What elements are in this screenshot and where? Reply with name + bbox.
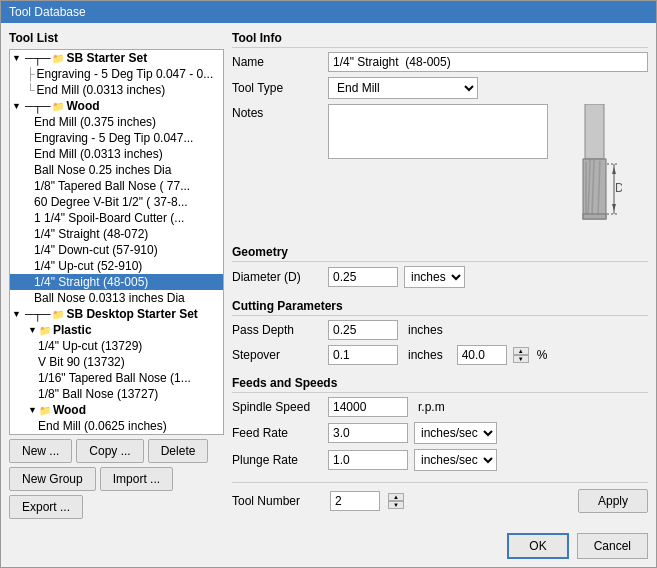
- tool-list-label: Tool List: [9, 31, 224, 45]
- tree-taperedball[interactable]: 1/16" Tapered Ball Nose (1...: [10, 370, 223, 386]
- plunge-rate-label: Plunge Rate: [232, 453, 322, 467]
- tool-image: D: [554, 104, 634, 234]
- tool-type-select[interactable]: End Mill Ball Nose V-Bit Engraving: [328, 77, 478, 99]
- tree-ballnose0313[interactable]: Ball Nose 0.0313 inches Dia: [10, 290, 223, 306]
- new-group-button[interactable]: New Group: [9, 467, 96, 491]
- tree-engrave2[interactable]: Engraving - 5 Deg Tip 0.047...: [10, 130, 223, 146]
- expand-icon[interactable]: ▼: [12, 309, 21, 319]
- tree-ballnose025[interactable]: Ball Nose 0.25 inches Dia: [10, 162, 223, 178]
- pass-depth-input[interactable]: [328, 320, 398, 340]
- tool-type-row: Tool Type End Mill Ball Nose V-Bit Engra…: [232, 77, 648, 99]
- tree-endmill0313[interactable]: End Mill (0.0313 inches): [10, 146, 223, 162]
- folder-icon: 📁: [52, 309, 64, 320]
- tree-endmill375[interactable]: End Mill (0.375 inches): [10, 114, 223, 130]
- expand-icon[interactable]: ▼: [28, 325, 37, 335]
- tree-sb-starter[interactable]: ▼ ─┬─ 📁 SB Starter Set: [10, 50, 223, 66]
- delete-button[interactable]: Delete: [148, 439, 209, 463]
- cutting-params-section: Cutting Parameters Pass Depth inches Ste…: [232, 299, 648, 370]
- stepover-label: Stepover: [232, 348, 322, 362]
- copy-button[interactable]: Copy ...: [76, 439, 143, 463]
- feed-rate-input[interactable]: [328, 423, 408, 443]
- tree-item-label: End Mill (0.375 inches): [34, 115, 156, 129]
- tree-item-label: 1/4" Up-cut (52-910): [34, 259, 142, 273]
- tree-item-label: SB Starter Set: [66, 51, 147, 65]
- export-button[interactable]: Export ...: [9, 495, 83, 519]
- ok-button[interactable]: OK: [507, 533, 568, 559]
- spindle-input[interactable]: [328, 397, 408, 417]
- tree-downcut2[interactable]: 1/4" Down-cut (57-910): [10, 434, 223, 435]
- feeds-speeds-section: Feeds and Speeds Spindle Speed r.p.m Fee…: [232, 376, 648, 476]
- tree-item-label: 60 Degree V-Bit 1/2" ( 37-8...: [34, 195, 188, 209]
- tree-sb-desktop[interactable]: ▼ ─┬─ 📁 SB Desktop Starter Set: [10, 306, 223, 322]
- plunge-rate-input[interactable]: [328, 450, 408, 470]
- notes-label: Notes: [232, 104, 322, 120]
- tool-number-down-btn[interactable]: ▼: [388, 501, 404, 509]
- tree-engrave1[interactable]: ├ Engraving - 5 Deg Tip 0.047 - 0...: [10, 66, 223, 82]
- tree-item-label: 1 1/4" Spoil-Board Cutter (...: [34, 211, 184, 225]
- feed-rate-unit-select[interactable]: inches/sec mm/sec: [414, 422, 497, 444]
- stepover-up-btn[interactable]: ▲: [513, 347, 529, 355]
- tree-wood1[interactable]: ▼ ─┬─ 📁 Wood: [10, 98, 223, 114]
- tool-database-window: Tool Database Tool List ▼ ─┬─ 📁 SB Start…: [0, 0, 657, 568]
- tree-straight48005[interactable]: 1/4" Straight (48-005): [10, 274, 223, 290]
- right-panel: Tool Info Name Tool Type End Mill Ball N…: [232, 31, 648, 519]
- tree-vbit90[interactable]: V Bit 90 (13732): [10, 354, 223, 370]
- cancel-button[interactable]: Cancel: [577, 533, 648, 559]
- tree-item-label: 1/8" Tapered Ball Nose ( 77...: [34, 179, 190, 193]
- diameter-input[interactable]: [328, 267, 398, 287]
- folder-icon: 📁: [52, 53, 64, 64]
- tree-upcut[interactable]: 1/4" Up-cut (52-910): [10, 258, 223, 274]
- new-button[interactable]: New ...: [9, 439, 72, 463]
- svg-marker-10: [612, 167, 616, 174]
- expand-icon[interactable]: ▼: [12, 53, 21, 63]
- name-row: Name: [232, 52, 648, 72]
- geometry-title: Geometry: [232, 245, 648, 262]
- tool-tree: ▼ ─┬─ 📁 SB Starter Set ├ Engraving - 5 D…: [9, 49, 224, 435]
- folder-icon: 📁: [39, 405, 51, 416]
- stepover-percent-input[interactable]: [457, 345, 507, 365]
- tree-tapered[interactable]: 1/8" Tapered Ball Nose ( 77...: [10, 178, 223, 194]
- spindle-row: Spindle Speed r.p.m: [232, 397, 648, 417]
- tree-item-label: End Mill (0.0313 inches): [34, 147, 163, 161]
- tree-endmill0625[interactable]: End Mill (0.0625 inches): [10, 418, 223, 434]
- stepover-input[interactable]: [328, 345, 398, 365]
- tree-downcut[interactable]: 1/4" Down-cut (57-910): [10, 242, 223, 258]
- stepover-down-btn[interactable]: ▼: [513, 355, 529, 363]
- plunge-rate-row: Plunge Rate inches/sec mm/sec: [232, 449, 648, 471]
- feeds-speeds-title: Feeds and Speeds: [232, 376, 648, 393]
- expand-icon[interactable]: ▼: [28, 405, 37, 415]
- tree-spoil[interactable]: 1 1/4" Spoil-Board Cutter (...: [10, 210, 223, 226]
- tree-ballnose13727[interactable]: 1/8" Ball Nose (13727): [10, 386, 223, 402]
- tree-item-label: 1/4" Down-cut (57-910): [34, 243, 158, 257]
- tool-number-up-btn[interactable]: ▲: [388, 493, 404, 501]
- svg-text:D: D: [615, 181, 622, 195]
- plunge-rate-unit-select[interactable]: inches/sec mm/sec: [414, 449, 497, 471]
- import-button[interactable]: Import ...: [100, 467, 173, 491]
- folder-icon: 📁: [39, 325, 51, 336]
- expand-icon[interactable]: ▼: [12, 101, 21, 111]
- stepover-row: Stepover inches ▲ ▼ %: [232, 345, 648, 365]
- svg-rect-6: [583, 214, 606, 219]
- tree-straight48072[interactable]: 1/4" Straight (48-072): [10, 226, 223, 242]
- tree-endmill1[interactable]: └ End Mill (0.0313 inches): [10, 82, 223, 98]
- name-input[interactable]: [328, 52, 648, 72]
- tree-item-label: End Mill (0.0625 inches): [38, 419, 167, 433]
- tree-plastic[interactable]: ▼ 📁 Plastic: [10, 322, 223, 338]
- tool-number-input[interactable]: [330, 491, 380, 511]
- window-title: Tool Database: [9, 5, 86, 19]
- notes-textarea[interactable]: [328, 104, 548, 159]
- apply-button[interactable]: Apply: [578, 489, 648, 513]
- tree-item-label: Wood: [66, 99, 99, 113]
- geometry-section: Geometry Diameter (D) inches mm: [232, 245, 648, 293]
- tree-vbit60[interactable]: 60 Degree V-Bit 1/2" ( 37-8...: [10, 194, 223, 210]
- tree-item-label: Ball Nose 0.25 inches Dia: [34, 163, 171, 177]
- tree-wood2[interactable]: ▼ 📁 Wood: [10, 402, 223, 418]
- diameter-unit-select[interactable]: inches mm: [404, 266, 465, 288]
- diameter-label: Diameter (D): [232, 270, 322, 284]
- tool-info-title: Tool Info: [232, 31, 648, 48]
- tree-item-label: 1/8" Ball Nose (13727): [38, 387, 158, 401]
- tree-upcut13729[interactable]: 1/4" Up-cut (13729): [10, 338, 223, 354]
- diameter-row: Diameter (D) inches mm: [232, 266, 648, 288]
- tree-item-label: Engraving - 5 Deg Tip 0.047...: [34, 131, 193, 145]
- tree-item-label: SB Desktop Starter Set: [66, 307, 197, 321]
